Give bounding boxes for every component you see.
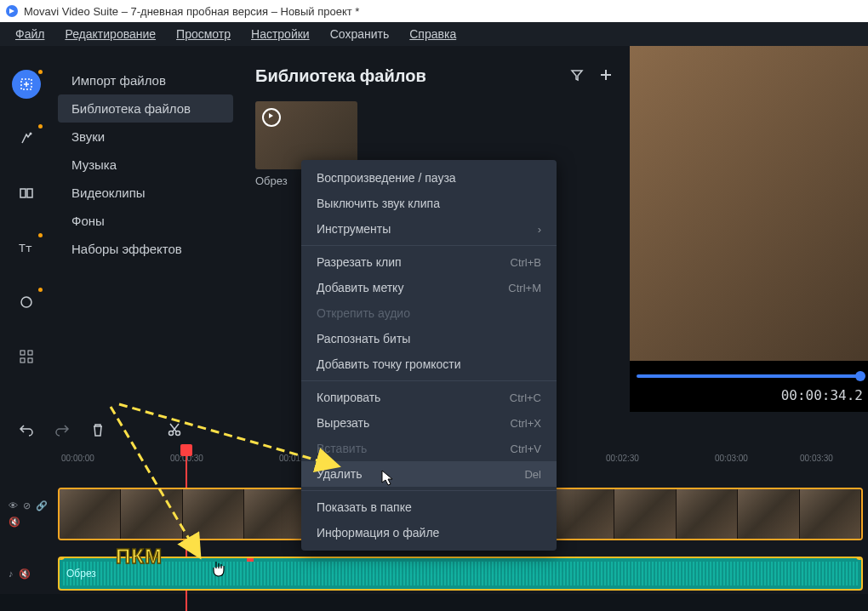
tool-transitions[interactable]: [12, 179, 41, 208]
sidebar-import[interactable]: Импорт файлов: [53, 66, 238, 94]
thumb-image: [255, 101, 357, 169]
context-menu: Воспроизведение / паузаВыключить звук кл…: [301, 160, 557, 551]
link-icon[interactable]: 🔗: [36, 500, 48, 511]
undo-icon[interactable]: [17, 420, 36, 439]
sidebar-music[interactable]: Музыка: [53, 151, 238, 179]
note-icon[interactable]: ♪: [9, 568, 14, 580]
audio-clip-label: Обрез: [66, 568, 96, 580]
menu-save[interactable]: Сохранить: [330, 27, 390, 41]
add-icon[interactable]: [599, 68, 613, 84]
delete-icon[interactable]: [89, 420, 107, 439]
preview-progress[interactable]: [637, 374, 861, 378]
library-title: Библиотека файлов: [255, 66, 426, 86]
svg-text:Tᴛ: Tᴛ: [19, 242, 32, 254]
tool-add[interactable]: [12, 70, 41, 99]
sidebar-effect-sets[interactable]: Наборы эффектов: [53, 235, 238, 263]
ctx-показать-в-папке[interactable]: Показать в папке: [301, 494, 557, 520]
tool-filters[interactable]: [12, 124, 41, 153]
svg-rect-10: [28, 358, 32, 363]
mute-icon[interactable]: 🔇: [19, 568, 31, 580]
svg-rect-9: [20, 358, 25, 363]
ruler-mark: 00:00:00: [61, 454, 94, 463]
ctx-открепить-аудио: Открепить аудио: [301, 300, 557, 326]
menubar: Файл Редактирование Просмотр Настройки С…: [0, 22, 868, 46]
audio-clip[interactable]: Обрез: [58, 557, 863, 591]
left-toolbar: Tᴛ: [0, 46, 53, 412]
ctx-вставить: ВставитьCtrl+V: [301, 436, 557, 461]
ruler-mark: 00:03:30: [800, 454, 833, 463]
clip-handle-left[interactable]: [58, 557, 65, 560]
tool-more[interactable]: [12, 342, 41, 371]
svg-rect-4: [27, 189, 32, 197]
ruler-mark: 00:02:30: [606, 454, 639, 463]
sidebar: Импорт файлов Библиотека файлов Звуки Му…: [53, 46, 238, 412]
sidebar-library[interactable]: Библиотека файлов: [58, 94, 233, 123]
svg-point-12: [176, 431, 180, 436]
window-titlebar: Movavi Video Suite – 7-дневная пробная в…: [0, 0, 868, 22]
sidebar-sounds[interactable]: Звуки: [53, 123, 238, 151]
preview-time: 00:00:34.2: [781, 387, 863, 403]
menu-help[interactable]: Справка: [409, 27, 456, 41]
ctx-разрезать-клип[interactable]: Разрезать клипCtrl+B: [301, 249, 557, 275]
ctx-распознать-биты[interactable]: Распознать биты: [301, 326, 557, 351]
cut-icon[interactable]: [165, 420, 184, 439]
menu-file[interactable]: Файл: [15, 27, 44, 41]
ctx-добавить-метку[interactable]: Добавить меткуCtrl+M: [301, 275, 557, 300]
ctx-добавить-точку-громкости[interactable]: Добавить точку громкости: [301, 351, 557, 377]
menu-settings[interactable]: Настройки: [251, 27, 310, 41]
menu-view[interactable]: Просмотр: [176, 27, 231, 41]
sidebar-backgrounds[interactable]: Фоны: [53, 207, 238, 235]
ruler-mark: 00:03:00: [715, 454, 748, 463]
annotation-text: ПКМ: [116, 545, 163, 568]
svg-rect-7: [20, 351, 25, 355]
svg-point-11: [169, 431, 174, 436]
filter-icon[interactable]: [570, 68, 584, 84]
svg-point-2: [30, 133, 32, 135]
ctx-выключить-звук-клипа[interactable]: Выключить звук клипа: [301, 191, 557, 216]
tool-stickers[interactable]: [12, 288, 41, 317]
redo-icon[interactable]: [53, 420, 71, 439]
lock-icon[interactable]: ⊘: [23, 500, 31, 511]
preview-video[interactable]: [630, 46, 868, 361]
eye-icon[interactable]: 👁: [9, 500, 18, 511]
ctx-инструменты[interactable]: Инструменты›: [301, 216, 557, 242]
ctx-вырезать[interactable]: ВырезатьCtrl+X: [301, 410, 557, 436]
audio-track-controls[interactable]: ♪🔇: [9, 568, 54, 580]
svg-rect-3: [20, 189, 26, 197]
clip-handle-right[interactable]: [856, 557, 863, 560]
ctx-удалить[interactable]: УдалитьDel: [301, 461, 557, 487]
sidebar-videoclips[interactable]: Видеоклипы: [53, 179, 238, 207]
ctx-информация-о-файле[interactable]: Информация о файле: [301, 520, 557, 545]
ctx-копировать[interactable]: КопироватьCtrl+C: [301, 385, 557, 410]
cursor-icon: [381, 470, 395, 487]
window-title: Movavi Video Suite – 7-дневная пробная в…: [24, 5, 359, 18]
playhead[interactable]: [180, 444, 192, 456]
mute-icon[interactable]: 🔇: [9, 517, 20, 528]
preview-panel: 00:00:34.2: [630, 46, 868, 412]
tool-titles[interactable]: Tᴛ: [12, 233, 41, 262]
ctx-воспроизведение-пауза[interactable]: Воспроизведение / пауза: [301, 165, 557, 191]
marker[interactable]: [247, 557, 254, 562]
cursor-hand-icon: [211, 560, 226, 579]
svg-rect-8: [28, 351, 32, 355]
video-track-controls[interactable]: 👁⊘ 🔗🔇: [9, 500, 54, 528]
app-icon: [5, 4, 19, 18]
menu-edit[interactable]: Редактирование: [65, 27, 156, 41]
